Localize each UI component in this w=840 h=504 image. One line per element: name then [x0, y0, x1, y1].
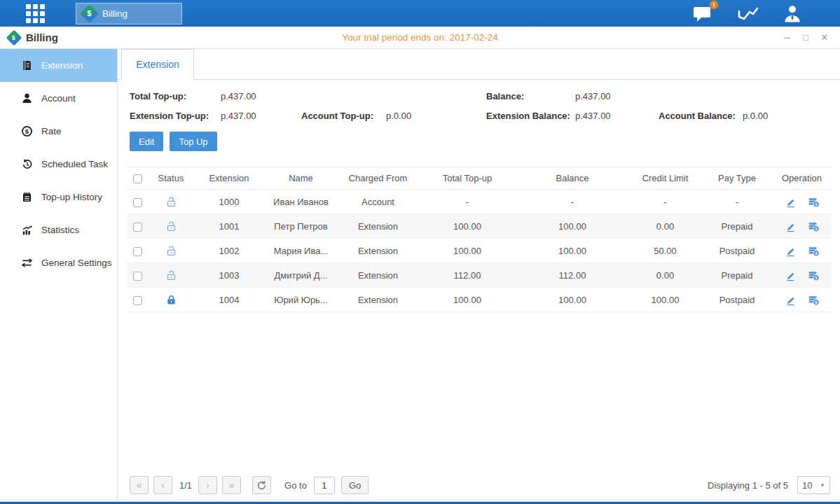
edit-pencil-icon[interactable] [785, 294, 797, 306]
top-up-coins-icon[interactable]: $ [808, 220, 820, 232]
notification-badge: ! [709, 0, 719, 10]
sidebar-item-rate[interactable]: $Rate [0, 115, 117, 148]
sidebar-item-account[interactable]: Account [0, 82, 117, 115]
lock-open-icon [165, 245, 177, 257]
cell-credit-limit: 100.00 [628, 288, 702, 312]
table-row: 1004Юрий Юрь...Extension100.00100.00100.… [127, 288, 832, 312]
goto-label: Go to [284, 480, 307, 491]
cell-name: Иван Иванов [264, 190, 338, 214]
table-row: 1001Петр ПетровExtension100.00100.000.00… [127, 214, 832, 239]
cell-total-topup: 100.00 [418, 288, 516, 312]
account-balance-value: p.0.00 [743, 111, 840, 121]
cell-balance: 100.00 [516, 239, 628, 263]
cell-status [148, 288, 194, 312]
pagination-right: Displaying 1 - 5 of 5 10 ▼ [708, 476, 830, 494]
window-controls: ─ □ ✕ [782, 32, 829, 43]
taskbar-tab-billing[interactable]: $ Billing [76, 3, 182, 24]
sidebar-item-label: Scheduled Task [41, 159, 108, 169]
row-checkbox[interactable] [133, 247, 142, 256]
cell-charged-from: Extension [338, 288, 418, 312]
edit-pencil-icon[interactable] [785, 245, 797, 257]
cell-pay-type: - [702, 190, 772, 214]
sidebar-item-label: Top-up History [41, 192, 102, 202]
sidebar-item-scheduled-task[interactable]: Scheduled Task [0, 148, 117, 181]
cell-extension: 1000 [194, 190, 264, 214]
col-header-status: Status [148, 167, 194, 190]
cell-charged-from: Extension [338, 263, 418, 288]
topbar: $ Billing ! [0, 0, 840, 27]
minimize-button[interactable]: ─ [782, 32, 792, 43]
statistics-icon [21, 224, 33, 236]
cell-operation: $ [772, 239, 832, 263]
maximize-button[interactable]: □ [801, 32, 811, 43]
first-page-button[interactable]: « [130, 476, 149, 494]
table-row: 1003Дмитрий Д...Extension112.00112.000.0… [127, 263, 832, 288]
total-topup-label: Total Top-up: [130, 91, 221, 102]
notifications-icon[interactable]: ! [692, 4, 714, 22]
cell-credit-limit: 50.00 [628, 239, 702, 263]
ledger-icon [21, 59, 33, 71]
edit-pencil-icon[interactable] [785, 220, 797, 232]
lock-open-icon [165, 196, 177, 208]
cell-status [148, 214, 194, 239]
billing-window-icon: $ [6, 29, 22, 46]
top-up-button[interactable]: Top Up [170, 132, 216, 151]
top-up-coins-icon[interactable]: $ [808, 294, 820, 306]
prev-page-button[interactable]: ‹ [153, 476, 172, 494]
next-page-button[interactable]: › [198, 476, 217, 494]
cell-status [148, 190, 194, 214]
rate-dollar-icon: $ [21, 125, 33, 137]
cell-operation: $ [772, 288, 832, 312]
close-button[interactable]: ✕ [820, 32, 829, 43]
table-row: 1000Иван ИвановAccount----$ [127, 190, 832, 214]
cell-balance: 112.00 [516, 263, 628, 288]
sidebar-item-statistics[interactable]: Statistics [0, 214, 117, 246]
goto-page-input[interactable] [314, 477, 335, 494]
edit-pencil-icon[interactable] [785, 196, 797, 208]
app-grid-button[interactable] [26, 4, 45, 23]
cell-name: Дмитрий Д... [264, 263, 338, 288]
cell-extension: 1001 [194, 214, 264, 239]
app-body: ExtensionAccount$RateScheduled TaskTop-u… [0, 49, 840, 501]
extension-topup-value: p.437.00 [221, 111, 301, 121]
last-page-button[interactable]: » [222, 476, 241, 494]
cell-credit-limit: - [628, 190, 702, 214]
row-checkbox[interactable] [133, 296, 142, 305]
sidebar-item-extension[interactable]: Extension [0, 49, 117, 82]
sidebar-item-top-up-history[interactable]: Top-up History [0, 181, 117, 214]
cell-balance: - [516, 190, 628, 214]
statistics-chart-icon[interactable] [737, 5, 759, 22]
cell-total-topup: - [418, 190, 516, 214]
extension-balance-value: p.437.00 [575, 111, 659, 121]
billing-app-window: $ Billing ! $ Billing Your trial period … [0, 0, 840, 504]
col-header-pay-type: Pay Type [702, 167, 772, 190]
refresh-button[interactable] [252, 476, 271, 494]
row-checkbox[interactable] [133, 272, 142, 281]
sidebar-item-label: Account [41, 93, 76, 104]
top-up-coins-icon[interactable]: $ [808, 245, 820, 257]
sidebar-item-general-settings[interactable]: General Settings [0, 246, 117, 279]
cell-pay-type: Prepaid [702, 214, 772, 239]
top-up-coins-icon[interactable]: $ [808, 270, 820, 281]
total-topup-value: p.437.00 [221, 91, 301, 102]
edit-button[interactable]: Edit [130, 132, 163, 151]
lock-open-icon [165, 270, 177, 281]
action-buttons: Edit Top Up [130, 132, 840, 151]
go-button[interactable]: Go [341, 476, 369, 494]
tab-extension[interactable]: Extension [121, 49, 194, 80]
cell-select [127, 288, 148, 312]
row-checkbox[interactable] [133, 223, 142, 232]
edit-pencil-icon[interactable] [785, 270, 797, 281]
col-header-name: Name [264, 167, 338, 190]
cell-extension: 1004 [194, 288, 264, 312]
row-checkbox[interactable] [133, 198, 142, 207]
balance-value: p.437.00 [575, 91, 659, 102]
col-header-extension: Extension [194, 167, 264, 190]
user-account-icon[interactable] [783, 4, 802, 22]
svg-text:$: $ [25, 127, 29, 135]
page-size-select[interactable]: 10 ▼ [797, 476, 830, 494]
select-all-checkbox[interactable] [133, 174, 142, 183]
top-up-coins-icon[interactable]: $ [808, 196, 820, 208]
cell-name: Мария Ива... [264, 239, 338, 263]
cell-select [127, 214, 148, 239]
